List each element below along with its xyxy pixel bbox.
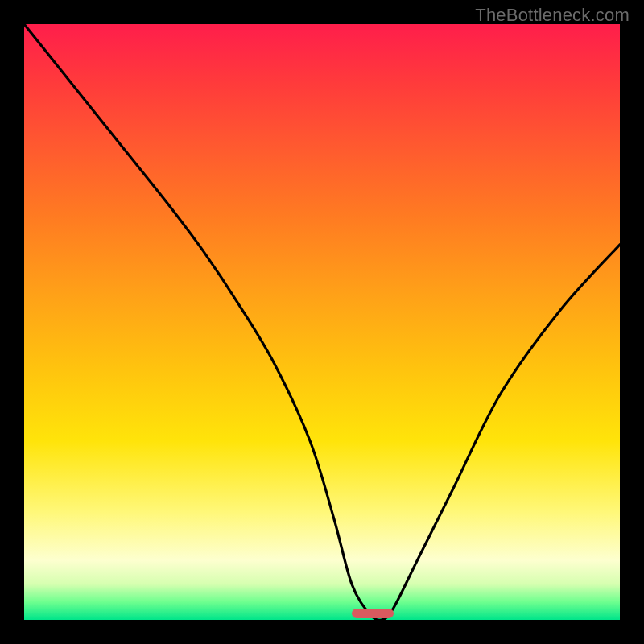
plot-area [24,24,620,620]
chart-frame: TheBottleneck.com [0,0,644,644]
watermark-text: TheBottleneck.com [475,5,630,26]
bottleneck-curve [24,24,620,620]
optimum-marker [352,609,394,618]
